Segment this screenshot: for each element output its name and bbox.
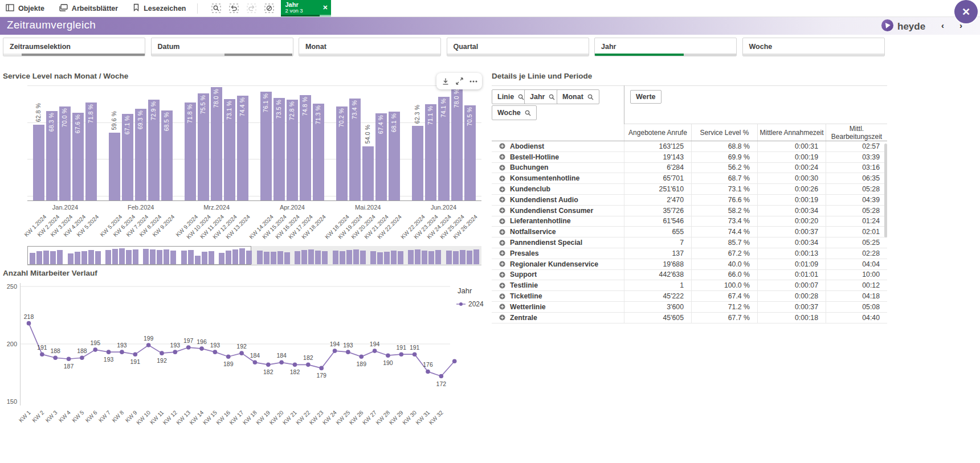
column-header-service-level[interactable]: Service Level %: [691, 124, 757, 141]
cell-service-level[interactable]: 69.9 %: [691, 152, 757, 162]
chart-scroll-navigator[interactable]: [27, 246, 481, 265]
data-point-kw-6[interactable]: [93, 347, 97, 352]
bar-kw-21-2024[interactable]: 67.4 %: [375, 113, 387, 200]
cell-mittlere-annahmezeit[interactable]: 0:00:24: [757, 163, 826, 173]
bar-kw-10-2024[interactable]: 75.5 %: [198, 93, 209, 200]
cell-mittl-bearbeitungszeit[interactable]: 04:39: [826, 195, 887, 205]
cell-service-level[interactable]: 68.8 %: [691, 141, 757, 151]
data-point-kw-20[interactable]: [279, 360, 284, 365]
bar-kw-22-2024[interactable]: 62.3 %: [412, 126, 423, 200]
cell-mittlere-annahmezeit[interactable]: 0:00:37: [757, 227, 826, 237]
data-point-kw-21[interactable]: [293, 363, 297, 367]
row-label[interactable]: Kundendienst Audio: [492, 195, 624, 205]
cell-mittlere-annahmezeit[interactable]: 0:00:07: [757, 280, 826, 290]
table-row-kundendienst-consumer[interactable]: Kundendienst Consumer35'72658.2 %0:00:34…: [492, 206, 887, 216]
table-row-bestell-hotline[interactable]: Bestell-Hotline19'14369.9 %0:00:1903:39: [492, 152, 887, 163]
dimension-chip-jahr[interactable]: Jahr: [524, 89, 561, 104]
cell-service-level[interactable]: 67.2 %: [691, 248, 757, 259]
row-label[interactable]: Kundendienst Consumer: [492, 206, 624, 216]
cell-mittlere-annahmezeit[interactable]: 0:00:18: [757, 313, 826, 323]
cell-service-level[interactable]: 76.6 %: [691, 195, 757, 205]
prev-sheet-icon[interactable]: ‹: [941, 21, 944, 31]
cell-angebotene-anrufe[interactable]: 19'143: [624, 152, 691, 162]
measure-chip-werte[interactable]: Werte: [630, 90, 662, 104]
data-point-kw-13[interactable]: [186, 345, 191, 350]
cell-service-level[interactable]: 68.7 %: [691, 173, 757, 183]
data-point-kw-24[interactable]: [333, 349, 337, 353]
bar-kw-25-2024[interactable]: 78.0 %: [451, 87, 463, 200]
data-point-kw-26[interactable]: [359, 354, 364, 359]
cell-angebotene-anrufe[interactable]: 6'284: [624, 163, 691, 173]
bar-kw-22-2024[interactable]: 68.1 %: [389, 112, 400, 200]
cell-mittl-bearbeitungszeit[interactable]: 03:16: [826, 163, 887, 173]
bar-kw-24-2024[interactable]: 74.1 %: [438, 97, 450, 200]
row-label[interactable]: Pannendienst Special: [492, 237, 624, 248]
expand-icon[interactable]: [499, 261, 505, 267]
table-row-abodienst[interactable]: Abodienst163'12568.8 %0:00:3102:57: [492, 141, 887, 152]
data-point-kw-15[interactable]: [213, 350, 218, 354]
table-row-lieferantenhotline[interactable]: Lieferantenhotline61'54673.4 %0:00:2001:…: [492, 216, 887, 227]
bar-kw-18-2024[interactable]: 71.3 %: [313, 104, 324, 200]
cell-mittl-bearbeitungszeit[interactable]: 04:40: [826, 313, 887, 323]
cell-angebotene-anrufe[interactable]: 65'701: [624, 173, 691, 183]
data-point-kw-32[interactable]: [439, 374, 444, 379]
cell-mittl-bearbeitungszeit[interactable]: 01:24: [826, 216, 887, 227]
column-header-mittlere-annahmezeit[interactable]: Mittlere Annahmezeit: [757, 124, 826, 141]
cell-service-level[interactable]: 67.4 %: [691, 291, 757, 301]
cell-mittlere-annahmezeit[interactable]: 0:00:19: [757, 195, 826, 205]
cell-mittlere-annahmezeit[interactable]: 0:00:37: [757, 302, 826, 312]
cell-mittl-bearbeitungszeit[interactable]: 05:25: [826, 237, 887, 248]
row-label[interactable]: Notfallservice: [492, 227, 624, 237]
expand-icon[interactable]: [499, 207, 505, 214]
table-row-kundenclub[interactable]: Kundenclub251'61073.1 %0:00:2605:28: [492, 184, 887, 195]
remove-selection-icon[interactable]: ✕: [322, 4, 328, 11]
filter-datum[interactable]: Datum: [151, 38, 293, 56]
cell-mittl-bearbeitungszeit[interactable]: 05:08: [826, 302, 887, 312]
row-label[interactable]: Regionaler Kundenservice: [492, 259, 624, 269]
bar-kw-11-2024[interactable]: 78.0 %: [211, 87, 222, 200]
filter-jahr[interactable]: Jahr: [594, 38, 737, 56]
expand-icon[interactable]: [499, 229, 505, 235]
fullscreen-icon[interactable]: [456, 77, 463, 85]
bar-kw-1-2024[interactable]: 62.8 %: [33, 125, 44, 200]
cell-mittl-bearbeitungszeit[interactable]: 05:28: [826, 206, 887, 216]
bar-kw-16-2024[interactable]: 72.8 %: [287, 100, 298, 200]
data-point-kw-3[interactable]: [53, 355, 58, 360]
cell-angebotene-anrufe[interactable]: 61'546: [624, 216, 691, 227]
data-point-kw-11[interactable]: [160, 351, 164, 355]
cell-service-level[interactable]: 67.7 %: [691, 313, 757, 323]
selection-chip-jahr[interactable]: Jahr 2 von 3 ✕: [281, 0, 331, 17]
cell-service-level[interactable]: 73.1 %: [691, 184, 757, 194]
cell-mittlere-annahmezeit[interactable]: 0:00:19: [757, 152, 826, 162]
table-row-notfallservice[interactable]: Notfallservice65574.4 %0:00:3702:01: [492, 227, 887, 237]
more-options-icon[interactable]: [469, 80, 477, 83]
cell-angebotene-anrufe[interactable]: 137: [624, 248, 691, 259]
data-point-kw-2[interactable]: [40, 352, 44, 357]
table-row-pannendienst-special[interactable]: Pannendienst Special785.7 %0:00:3405:25: [492, 237, 887, 248]
row-label[interactable]: Zentrale: [492, 313, 624, 323]
cell-angebotene-anrufe[interactable]: 45'222: [624, 291, 691, 301]
bookmarks-button[interactable]: Lesezeichen: [133, 3, 186, 13]
expand-icon[interactable]: [499, 143, 505, 149]
dimension-chip-woche[interactable]: Woche: [492, 105, 537, 120]
cell-angebotene-anrufe[interactable]: 2'470: [624, 195, 691, 205]
table-row-regionaler-kundenservice[interactable]: Regionaler Kundenservice19'68840.0 %0:01…: [492, 259, 887, 270]
cell-angebotene-anrufe[interactable]: 163'125: [624, 141, 691, 151]
bar-kw-5-2024[interactable]: 59.6 %: [109, 133, 120, 201]
data-point-edge[interactable]: [452, 359, 457, 364]
bar-kw-20-2024[interactable]: 54.0 %: [362, 146, 374, 200]
data-point-kw-23[interactable]: [319, 366, 324, 371]
data-point-kw-31[interactable]: [426, 370, 430, 374]
cell-mittl-bearbeitungszeit[interactable]: 02:01: [826, 227, 887, 237]
bar-kw-9-2024[interactable]: 68.5 %: [161, 110, 173, 200]
cell-mittl-bearbeitungszeit[interactable]: 02:57: [826, 141, 887, 151]
bar-kw-3-2024[interactable]: 70.0 %: [59, 106, 71, 200]
data-point-kw-12[interactable]: [173, 350, 178, 354]
expand-icon[interactable]: [499, 218, 505, 224]
close-button[interactable]: ✕: [954, 0, 978, 23]
cell-service-level[interactable]: 40.0 %: [691, 259, 757, 269]
cell-service-level[interactable]: 58.2 %: [691, 206, 757, 216]
cell-mittlere-annahmezeit[interactable]: 0:00:30: [757, 173, 826, 183]
table-row-ticketline[interactable]: Ticketline45'22267.4 %0:00:2804:18: [492, 291, 887, 302]
row-label[interactable]: Support: [492, 270, 624, 280]
